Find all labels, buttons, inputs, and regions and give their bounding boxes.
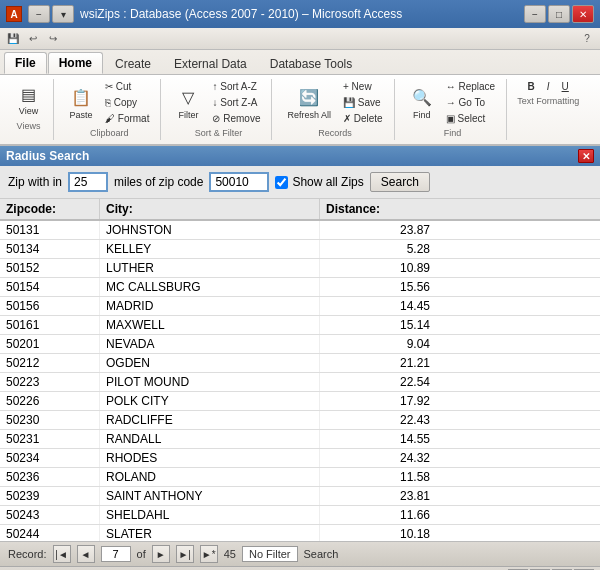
- sort-filter-group-label: Sort & Filter: [195, 128, 243, 138]
- remove-sort-button[interactable]: ⊘ Remove: [207, 111, 265, 126]
- cell-distance: 23.81: [320, 487, 440, 505]
- table-row[interactable]: 50243 SHELDAHL 11.66: [0, 506, 600, 525]
- paste-button[interactable]: 📋 Paste: [64, 83, 98, 123]
- table-row[interactable]: 50244 SLATER 10.18: [0, 525, 600, 541]
- table-row[interactable]: 50156 MADRID 14.45: [0, 297, 600, 316]
- ribbon-tabs: File Home Create External Data Database …: [0, 50, 600, 74]
- goto-button[interactable]: → Go To: [441, 95, 500, 110]
- sort-small-group: ↑ Sort A-Z ↓ Sort Z-A ⊘ Remove: [207, 79, 265, 126]
- table-row[interactable]: 50134 KELLEY 5.28: [0, 240, 600, 259]
- table-row[interactable]: 50223 PILOT MOUND 22.54: [0, 373, 600, 392]
- form-title-bar: Radius Search ✕: [0, 146, 600, 166]
- cell-distance: 24.32: [320, 449, 440, 467]
- tb-menu-btn[interactable]: ▾: [52, 5, 74, 23]
- new-record-nav-button[interactable]: ►*: [200, 545, 218, 563]
- table-row[interactable]: 50239 SAINT ANTHONY 23.81: [0, 487, 600, 506]
- cell-distance: 11.58: [320, 468, 440, 486]
- ribbon-content: ▤ View Views 📋 Paste ✂ Cut ⎘ Copy 🖌 Form…: [0, 74, 600, 144]
- table-row[interactable]: 50201 NEVADA 9.04: [0, 335, 600, 354]
- ribbon-group-records: 🔄 Refresh All + New 💾 Save ✗ Delete Reco…: [276, 79, 394, 140]
- prev-record-button[interactable]: ◄: [77, 545, 95, 563]
- status-bar: Record: |◄ ◄ of ► ►| ►* 45 No Filter Sea…: [0, 541, 600, 566]
- table-row[interactable]: 50131 JOHNSTON 23.87: [0, 221, 600, 240]
- find-button[interactable]: 🔍 Find: [405, 83, 439, 123]
- bold-button[interactable]: B: [523, 79, 540, 94]
- window-controls: − □ ✕: [524, 5, 594, 23]
- new-record-button[interactable]: + New: [338, 79, 388, 94]
- form-title: Radius Search: [6, 149, 89, 163]
- redo-quick-btn[interactable]: ↪: [44, 30, 62, 48]
- cell-zipcode: 50223: [0, 373, 100, 391]
- current-record-input[interactable]: [101, 546, 131, 562]
- tab-home[interactable]: Home: [48, 52, 103, 74]
- tb-restore-btn[interactable]: −: [28, 5, 50, 23]
- maximize-button[interactable]: □: [548, 5, 570, 23]
- view-button[interactable]: ▤ View: [12, 79, 46, 119]
- delete-record-button[interactable]: ✗ Delete: [338, 111, 388, 126]
- cut-button[interactable]: ✂ Cut: [100, 79, 154, 94]
- close-button[interactable]: ✕: [572, 5, 594, 23]
- replace-button[interactable]: ↔ Replace: [441, 79, 500, 94]
- cell-distance: 15.56: [320, 278, 440, 296]
- copy-button[interactable]: ⎘ Copy: [100, 95, 154, 110]
- sort-asc-button[interactable]: ↑ Sort A-Z: [207, 79, 265, 94]
- table-row[interactable]: 50226 POLK CITY 17.92: [0, 392, 600, 411]
- search-button[interactable]: Search: [370, 172, 430, 192]
- show-all-zips-checkbox-label[interactable]: Show all Zips: [275, 175, 363, 189]
- minimize-button[interactable]: −: [524, 5, 546, 23]
- paste-icon: 📋: [69, 86, 93, 110]
- cell-distance: 14.55: [320, 430, 440, 448]
- format-painter-button[interactable]: 🖌 Format: [100, 111, 154, 126]
- views-group-label: Views: [17, 121, 41, 131]
- view-icon: ▤: [17, 82, 41, 106]
- filter-button[interactable]: ▽ Filter: [171, 83, 205, 123]
- record-of-label: of: [137, 548, 146, 560]
- cell-zipcode: 50161: [0, 316, 100, 334]
- cell-distance: 22.54: [320, 373, 440, 391]
- col-header-zipcode: Zipcode:: [0, 199, 100, 219]
- table-row[interactable]: 50212 OGDEN 21.21: [0, 354, 600, 373]
- title-bar: A − ▾ wsiZips : Database (Access 2007 - …: [0, 0, 600, 28]
- table-row[interactable]: 50154 MC CALLSBURG 15.56: [0, 278, 600, 297]
- help-btn[interactable]: ?: [578, 30, 596, 48]
- table-row[interactable]: 50236 ROLAND 11.58: [0, 468, 600, 487]
- cell-zipcode: 50131: [0, 221, 100, 239]
- zip-code-input[interactable]: [209, 172, 269, 192]
- save-record-button[interactable]: 💾 Save: [338, 95, 388, 110]
- quick-access-toolbar: 💾 ↩ ↪ ?: [0, 28, 600, 50]
- zip-miles-input[interactable]: [68, 172, 108, 192]
- undo-quick-btn[interactable]: ↩: [24, 30, 42, 48]
- col-header-city: City:: [100, 199, 320, 219]
- tab-create[interactable]: Create: [104, 53, 162, 74]
- table-row[interactable]: 50234 RHODES 24.32: [0, 449, 600, 468]
- sort-desc-button[interactable]: ↓ Sort Z-A: [207, 95, 265, 110]
- cell-distance: 10.89: [320, 259, 440, 277]
- table-row[interactable]: 50231 RANDALL 14.55: [0, 430, 600, 449]
- tab-file[interactable]: File: [4, 52, 47, 74]
- form-close-button[interactable]: ✕: [578, 149, 594, 163]
- next-record-button[interactable]: ►: [152, 545, 170, 563]
- cell-zipcode: 50212: [0, 354, 100, 372]
- last-record-button[interactable]: ►|: [176, 545, 194, 563]
- show-all-zips-label: Show all Zips: [292, 175, 363, 189]
- refresh-all-button[interactable]: 🔄 Refresh All: [282, 83, 336, 123]
- ribbon: File Home Create External Data Database …: [0, 50, 600, 146]
- italic-button[interactable]: I: [542, 79, 555, 94]
- table-row[interactable]: 50230 RADCLIFFE 22.43: [0, 411, 600, 430]
- cell-city: RHODES: [100, 449, 320, 467]
- save-quick-btn[interactable]: 💾: [4, 30, 22, 48]
- tab-database-tools[interactable]: Database Tools: [259, 53, 364, 74]
- tab-external-data[interactable]: External Data: [163, 53, 258, 74]
- cell-city: NEVADA: [100, 335, 320, 353]
- table-row[interactable]: 50152 LUTHER 10.89: [0, 259, 600, 278]
- cell-zipcode: 50154: [0, 278, 100, 296]
- table-row[interactable]: 50161 MAXWELL 15.14: [0, 316, 600, 335]
- data-grid[interactable]: Zipcode: City: Distance: 50131 JOHNSTON …: [0, 199, 600, 541]
- show-all-zips-checkbox[interactable]: [275, 176, 288, 189]
- cell-zipcode: 50226: [0, 392, 100, 410]
- text-formatting-group-label: Text Formatting: [517, 96, 579, 106]
- cell-zipcode: 50152: [0, 259, 100, 277]
- first-record-button[interactable]: |◄: [53, 545, 71, 563]
- select-button[interactable]: ▣ Select: [441, 111, 500, 126]
- underline-button[interactable]: U: [557, 79, 574, 94]
